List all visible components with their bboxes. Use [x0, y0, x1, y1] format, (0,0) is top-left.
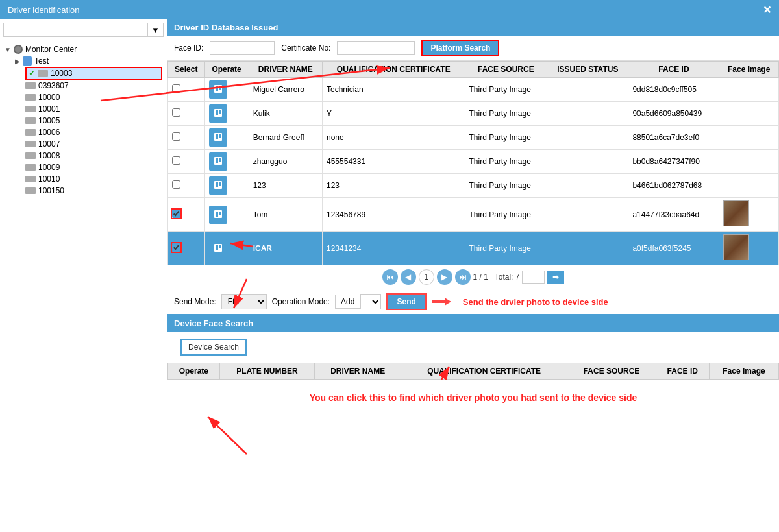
svg-marker-28: [432, 298, 451, 306]
device-10001[interactable]: 10001: [25, 103, 162, 115]
table-row: Bernard GreeffnoneThird Party Image88501…: [168, 126, 779, 150]
svg-rect-1: [216, 86, 218, 91]
col-select: Select: [168, 62, 205, 78]
test-node: ▶ Test ✓ 10003 0393607: [5, 55, 162, 197]
svg-rect-27: [219, 247, 221, 248]
cert-cell: Technician: [323, 78, 465, 102]
row-checkbox[interactable]: [172, 156, 180, 165]
send-mode-select[interactable]: Ftp Http SDK: [221, 294, 267, 309]
device-0393607[interactable]: 0393607: [25, 80, 162, 91]
face-id-cell: bb0d8a6427347f90: [628, 150, 719, 174]
driver-db-table-wrapper: Select Operate DRIVER NAME QUALIFICATION…: [167, 61, 779, 265]
page-next-button[interactable]: ▶: [437, 269, 452, 285]
row-checkbox[interactable]: [172, 132, 180, 141]
device-10005[interactable]: 10005: [25, 115, 162, 127]
table-row: Tom123456789Third Party Imagea14477f33cb…: [168, 198, 779, 232]
page-goto-button[interactable]: ➡: [547, 271, 564, 284]
device-label-10001: 10001: [38, 104, 60, 114]
left-search-dropdown[interactable]: ▼: [147, 23, 164, 37]
issued-status-cell: [547, 174, 628, 198]
cert-cell: 455554331: [323, 150, 465, 174]
device-icon-10010: [25, 176, 36, 182]
operate-button[interactable]: [209, 239, 227, 258]
table-row: zhangguo455554331Third Party Imagebb0d8a…: [168, 150, 779, 174]
bottom-annotation-text: You can click this to find which driver …: [167, 380, 779, 416]
monitor-center-icon: [14, 45, 23, 54]
device-label-10003: 10003: [51, 69, 72, 78]
page-last-button[interactable]: ⏭: [455, 269, 471, 285]
search-bar: Face ID: Certificate No: Platform Search: [167, 36, 779, 61]
operate-button[interactable]: [209, 176, 227, 195]
platform-search-button[interactable]: Platform Search: [421, 40, 499, 56]
device-10009[interactable]: 10009: [25, 162, 162, 173]
test-expand-icon[interactable]: ▶: [15, 58, 20, 65]
device-10007[interactable]: 10007: [25, 138, 162, 150]
svg-rect-23: [219, 213, 221, 215]
add-button[interactable]: Add: [335, 295, 360, 309]
driver-name-cell: ICAR: [249, 232, 322, 265]
face-source-cell: Third Party Image: [465, 198, 547, 232]
face-id-input[interactable]: [210, 41, 275, 55]
col-driver-name2: DRIVER NAME: [315, 363, 401, 380]
tree-container: ▼ Monitor Center ▶ Test ✓ 10003: [3, 42, 164, 198]
cert-cell: 123: [323, 174, 465, 198]
row-checkbox[interactable]: [172, 180, 180, 189]
operate-button[interactable]: [209, 152, 227, 171]
svg-rect-15: [219, 160, 221, 162]
driver-name-cell: zhangguo: [249, 150, 322, 174]
right-panel: Driver ID Database Issued Face ID: Certi…: [167, 19, 779, 532]
device-10010[interactable]: 10010: [25, 173, 162, 185]
driver-name-cell: 123: [249, 174, 322, 198]
device-label-10000: 10000: [38, 93, 60, 102]
device-10003[interactable]: ✓ 10003: [25, 67, 162, 80]
add-dropdown[interactable]: [360, 294, 381, 309]
driver-db-table: Select Operate DRIVER NAME QUALIFICATION…: [167, 61, 779, 265]
device-icon-10008: [25, 152, 36, 159]
row-checkbox[interactable]: [172, 108, 180, 117]
face-id-cell: 88501a6ca7de3ef0: [628, 126, 719, 150]
close-button[interactable]: ✕: [763, 4, 771, 16]
device-label-10006: 10006: [38, 128, 60, 137]
col-qual-cert: QUALIFICATION CERTIFICATE: [323, 62, 465, 78]
cert-no-input[interactable]: [337, 41, 415, 55]
operate-button[interactable]: [209, 104, 227, 123]
device-100150[interactable]: 100150: [25, 185, 162, 197]
page-first-button[interactable]: ⏮: [382, 269, 398, 285]
issued-status-cell: [547, 150, 628, 174]
device-search-button[interactable]: Device Search: [180, 339, 247, 356]
device-label-10010: 10010: [38, 175, 60, 184]
row-checkbox[interactable]: [172, 84, 180, 93]
col-face-source2: FACE SOURCE: [567, 363, 656, 380]
row-checkbox[interactable]: [172, 243, 180, 252]
test-tree-item[interactable]: ▶ Test: [15, 55, 162, 67]
col-face-id: FACE ID: [628, 62, 719, 78]
page-prev-button[interactable]: ◀: [401, 269, 416, 285]
page-goto-input[interactable]: [522, 271, 545, 284]
left-search-input[interactable]: [3, 23, 147, 37]
row-checkbox[interactable]: [172, 210, 180, 218]
select-cell: [168, 102, 205, 126]
device-icon-10001: [25, 106, 36, 112]
device-icon-0393607: [25, 82, 36, 89]
pagination: ⏮ ◀ 1 ▶ ⏭ 1 / 1 Total: 7 ➡: [167, 265, 779, 289]
select-cell: [168, 232, 205, 265]
select-cell: [168, 198, 205, 232]
device-label-10009: 10009: [38, 163, 60, 172]
send-button[interactable]: Send: [386, 293, 426, 310]
col-operate2: Operate: [168, 363, 220, 380]
table-row: ICAR12341234Third Party Imagea0f5dfa063f…: [168, 232, 779, 265]
operate-button[interactable]: [209, 80, 227, 99]
device-10000[interactable]: 10000: [25, 91, 162, 103]
col-face-id2: FACE ID: [656, 363, 709, 380]
col-qual-cert2: QUALIFICATION CERTIFICATE: [401, 363, 567, 380]
svg-rect-10: [219, 134, 221, 136]
operate-button[interactable]: [209, 128, 227, 147]
operate-button[interactable]: [209, 206, 227, 224]
device-icon-10007: [25, 141, 36, 147]
page-current-button[interactable]: 1: [419, 269, 434, 285]
device-10008[interactable]: 10008: [25, 150, 162, 162]
expand-icon[interactable]: ▼: [5, 46, 11, 53]
select-cell: [168, 78, 205, 102]
device-10006[interactable]: 10006: [25, 127, 162, 138]
top-section-header: Driver ID Database Issued: [167, 19, 779, 36]
